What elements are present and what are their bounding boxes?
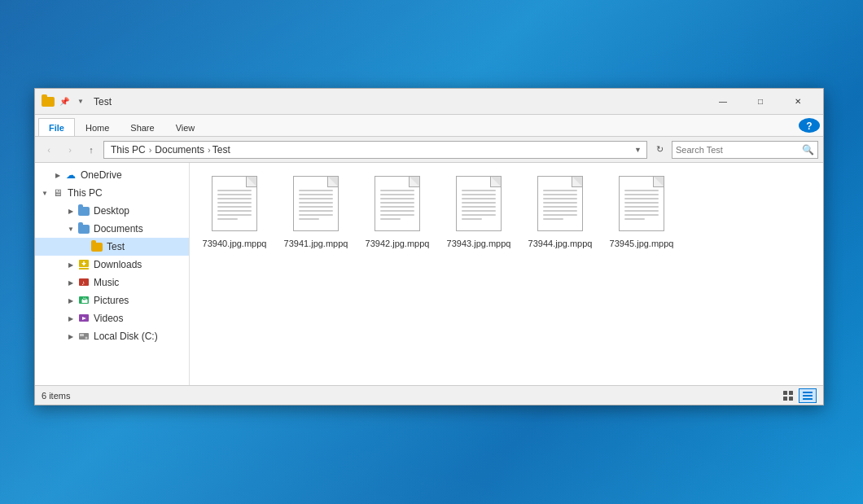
breadcrumb-sep-1: › (149, 145, 152, 155)
file-item[interactable]: 73942.jpg.mppq (361, 171, 434, 254)
dropdown-arrow-icon[interactable]: ▼ (74, 95, 87, 108)
sidebar-label-music: Music (94, 277, 186, 288)
grid-view-button[interactable] (779, 388, 797, 403)
sidebar-item-pictures[interactable]: ▶ 🏔 Pictures (35, 291, 189, 309)
expand-icon-documents: ▼ (64, 222, 77, 235)
svg-rect-18 (803, 395, 813, 397)
file-explorer-window: 📌 ▼ Test — □ ✕ File Home Share View ? ‹ … (34, 88, 824, 405)
tab-home[interactable]: Home (75, 118, 120, 136)
svg-rect-16 (789, 397, 793, 401)
list-view-button[interactable] (799, 388, 817, 403)
sidebar: ▶ ☁ OneDrive ▼ 🖥 This PC ▶ Desktop ▼ Doc… (35, 163, 190, 385)
window-controls: — □ ✕ (704, 89, 817, 115)
expand-icon-desktop: ▶ (64, 204, 77, 217)
file-item[interactable]: 73943.jpg.mppq (442, 171, 515, 254)
pictures-icon: 🏔 (77, 295, 90, 306)
videos-icon (77, 313, 90, 324)
svg-rect-13 (783, 391, 787, 395)
forward-button[interactable]: › (61, 141, 79, 159)
search-box[interactable]: 🔍 (672, 141, 818, 159)
file-item[interactable]: 73940.jpg.mppq (198, 171, 271, 254)
doc-shape (212, 176, 257, 231)
sidebar-label-localdisk: Local Disk (C:) (94, 331, 186, 342)
up-button[interactable]: ↑ (82, 141, 100, 159)
file-area: 73940.jpg.mppq73941.jpg.mppq73942.jpg.mp… (190, 163, 823, 385)
sidebar-item-desktop[interactable]: ▶ Desktop (35, 202, 189, 220)
music-icon: ♪ (77, 277, 90, 288)
svg-text:♪: ♪ (81, 279, 85, 287)
file-name: 73943.jpg.mppq (447, 238, 511, 249)
tab-view[interactable]: View (165, 118, 206, 136)
sidebar-item-music[interactable]: ▶ ♪ Music (35, 274, 189, 291)
disk-icon (77, 331, 90, 342)
file-name: 73940.jpg.mppq (203, 238, 267, 249)
status-bar: 6 items (35, 385, 823, 405)
svg-text:🏔: 🏔 (81, 297, 88, 305)
file-icon (615, 176, 668, 234)
sidebar-item-onedrive[interactable]: ▶ ☁ OneDrive (35, 166, 189, 184)
file-item[interactable]: 73941.jpg.mppq (279, 171, 353, 254)
sidebar-item-localdisk[interactable]: ▶ Local Disk (C:) (35, 327, 189, 345)
window-title: Test (94, 96, 704, 107)
doc-shape (619, 176, 664, 231)
tab-share[interactable]: Share (120, 118, 164, 136)
sidebar-label-test: Test (107, 241, 186, 252)
doc-shape (537, 176, 583, 231)
close-button[interactable]: ✕ (779, 89, 817, 115)
sidebar-item-videos[interactable]: ▶ Videos (35, 309, 189, 327)
file-icon (453, 176, 505, 234)
pin-icon: 📌 (58, 95, 71, 108)
title-bar: 📌 ▼ Test — □ ✕ (35, 89, 823, 115)
search-input[interactable] (676, 145, 802, 155)
file-item[interactable]: 73944.jpg.mppq (523, 171, 597, 254)
file-icon (208, 176, 261, 234)
sidebar-label-desktop: Desktop (94, 205, 186, 217)
sidebar-item-documents[interactable]: ▼ Documents (35, 220, 189, 238)
sidebar-item-test[interactable]: ▶ Test (35, 238, 189, 256)
expand-icon-downloads: ▶ (64, 258, 77, 271)
breadcrumb-bar: This PC › Documents › Test ▼ (103, 141, 647, 159)
ribbon: File Home Share View ? (35, 115, 823, 137)
sidebar-item-thispc[interactable]: ▼ 🖥 This PC (35, 184, 189, 202)
svg-rect-19 (803, 398, 813, 400)
search-icon[interactable]: 🔍 (802, 144, 814, 156)
svg-rect-15 (783, 397, 787, 401)
minimize-button[interactable]: — (704, 89, 742, 115)
breadcrumb-dropdown-icon[interactable]: ▼ (634, 146, 642, 154)
file-icon (371, 176, 423, 234)
maximize-button[interactable]: □ (742, 89, 779, 115)
breadcrumb-documents[interactable]: Documents (153, 144, 206, 156)
sidebar-label-pictures: Pictures (94, 295, 186, 306)
main-content: ▶ ☁ OneDrive ▼ 🖥 This PC ▶ Desktop ▼ Doc… (35, 163, 823, 385)
title-folder-icon (42, 95, 55, 108)
sidebar-label-thispc: This PC (68, 187, 186, 199)
file-name: 73942.jpg.mppq (366, 238, 430, 249)
onedrive-icon: ☁ (64, 169, 77, 181)
sidebar-label-documents: Documents (94, 223, 186, 234)
svg-rect-11 (80, 334, 84, 336)
sidebar-label-videos: Videos (94, 313, 186, 324)
doc-shape (293, 176, 339, 231)
sidebar-label-onedrive: OneDrive (81, 169, 186, 181)
file-item[interactable]: 73945.jpg.mppq (605, 171, 678, 254)
view-buttons (779, 388, 817, 403)
file-icon (290, 176, 342, 234)
back-button[interactable]: ‹ (40, 141, 58, 159)
downloads-icon (77, 259, 90, 270)
file-icon (534, 176, 586, 234)
expand-icon-pictures: ▶ (64, 294, 77, 307)
doc-shape (456, 176, 502, 231)
ribbon-tabs: File Home Share View ? (35, 115, 823, 136)
help-button[interactable]: ? (799, 118, 820, 133)
expand-icon-music: ▶ (64, 276, 77, 289)
breadcrumb-this-pc[interactable]: This PC (109, 144, 147, 156)
expand-icon-onedrive: ▶ (51, 169, 64, 182)
file-name: 73941.jpg.mppq (284, 238, 348, 249)
refresh-button[interactable]: ↻ (651, 141, 668, 159)
test-folder-icon (90, 241, 103, 252)
sidebar-item-downloads[interactable]: ▶ Downloads (35, 256, 189, 274)
expand-icon-localdisk: ▶ (64, 330, 77, 343)
tab-file[interactable]: File (38, 118, 75, 136)
file-name: 73944.jpg.mppq (528, 238, 593, 249)
doc-shape (375, 176, 420, 231)
